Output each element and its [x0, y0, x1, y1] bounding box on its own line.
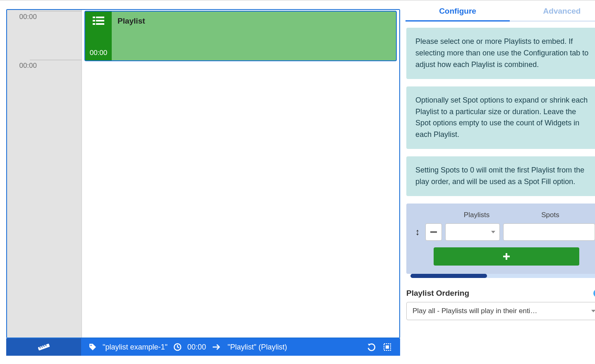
bottombar-breadcrumb: "Playlist" (Playlist) — [228, 343, 287, 352]
app-layout: 00:00 00:00 00:00 — [0, 1, 595, 364]
bottombar-duration: 00:00 — [187, 343, 206, 352]
svg-rect-17 — [503, 256, 510, 257]
help-icon[interactable]: ? — [593, 289, 595, 297]
form-headers: Playlists Spots — [410, 211, 595, 223]
info-spot-options: Optionally set Spot options to expand or… — [406, 86, 595, 149]
ruler-icon — [38, 344, 50, 350]
select-all-icon[interactable] — [383, 342, 392, 352]
time-divider — [30, 11, 82, 12]
svg-point-11 — [90, 345, 91, 346]
playlist-ordering-select[interactable]: Play all - Playlists will play in their … — [406, 302, 595, 320]
header-spots: Spots — [506, 211, 595, 219]
chevron-down-icon — [491, 231, 495, 233]
playlist-spots-form: Playlists Spots ↕ — [406, 204, 595, 274]
svg-rect-14 — [386, 345, 389, 349]
playlist-icon — [93, 16, 104, 26]
canvas-body[interactable]: 00:00 Playlist — [82, 10, 399, 338]
undo-icon[interactable] — [367, 342, 376, 352]
arrow-right-icon — [212, 344, 222, 350]
right-scroll-area: Please select one or more Playlists to e… — [405, 28, 595, 356]
tag-icon — [89, 343, 97, 351]
svg-rect-0 — [93, 17, 95, 18]
time-gutter: 00:00 00:00 — [7, 10, 82, 338]
add-row-button[interactable] — [434, 247, 579, 266]
right-panel: Configure Advanced Please select one or … — [405, 1, 595, 364]
drag-handle-icon[interactable]: ↕ — [413, 227, 422, 237]
playlist-widget[interactable]: 00:00 Playlist — [84, 11, 397, 61]
bottombar-tag: "playlist example-1" — [103, 343, 168, 352]
tabs: Configure Advanced — [405, 1, 595, 22]
playlist-select[interactable] — [445, 223, 500, 241]
minus-icon — [430, 231, 437, 233]
left-panel: 00:00 00:00 00:00 — [0, 1, 405, 364]
timeline-canvas: 00:00 00:00 00:00 — [6, 9, 400, 338]
form-row: ↕ — [410, 223, 595, 247]
playlist-ordering-title: Playlist Ordering — [406, 289, 469, 298]
time-label: 00:00 — [19, 13, 37, 21]
time-label: 00:00 — [19, 62, 37, 70]
playlist-widget-duration: 00:00 — [90, 49, 108, 57]
info-select-playlists: Please select one or more Playlists to e… — [406, 28, 595, 79]
svg-rect-1 — [96, 17, 104, 18]
tab-advanced[interactable]: Advanced — [510, 1, 595, 22]
spots-input[interactable] — [503, 223, 595, 241]
playlist-ordering-value: Play all - Playlists will play in their … — [413, 307, 537, 315]
hscroll-thumb[interactable] — [410, 274, 487, 278]
bottombar-actions — [359, 338, 400, 356]
info-spots-zero: Setting Spots to 0 will omit the first P… — [406, 156, 595, 196]
svg-rect-3 — [96, 20, 104, 22]
tab-configure[interactable]: Configure — [405, 1, 510, 22]
bottombar-info: "playlist example-1" 00:00 "Playlist" (P… — [81, 338, 359, 356]
ruler-button[interactable] — [6, 338, 81, 356]
clock-icon — [173, 343, 182, 351]
bottom-bar: "playlist example-1" 00:00 "Playlist" (P… — [6, 338, 400, 356]
time-divider — [30, 60, 82, 60]
playlist-widget-icon-col: 00:00 — [85, 12, 112, 60]
section-header-row: Playlist Ordering ? — [406, 289, 595, 298]
plus-icon — [503, 253, 510, 260]
playlist-widget-title: Playlist — [112, 12, 151, 60]
svg-rect-15 — [430, 231, 437, 233]
svg-rect-4 — [93, 23, 95, 25]
chevron-down-icon — [591, 310, 595, 312]
remove-row-button[interactable] — [425, 223, 442, 241]
svg-rect-2 — [93, 20, 95, 22]
svg-rect-5 — [96, 23, 104, 25]
header-playlists: Playlists — [448, 211, 506, 219]
form-horizontal-scrollbar[interactable] — [410, 274, 595, 278]
